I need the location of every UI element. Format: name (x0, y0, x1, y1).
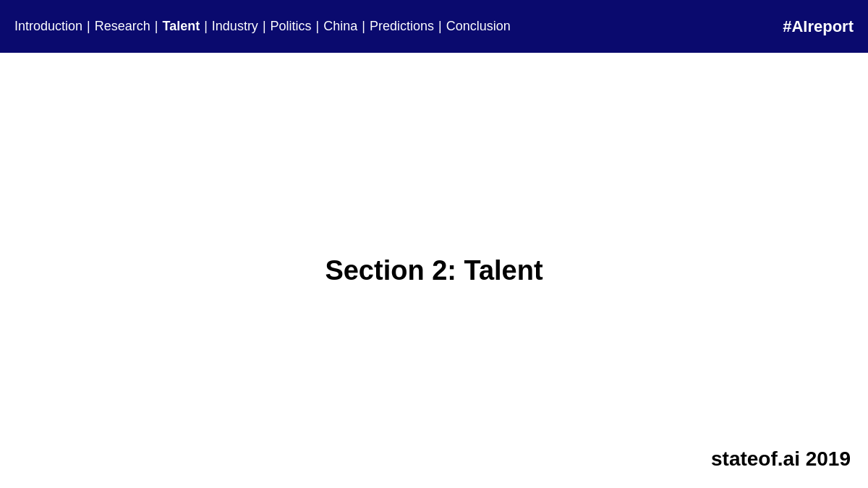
brand-label: stateof.ai 2019 (711, 448, 851, 471)
nav-separator-7: | (438, 19, 442, 34)
hashtag-label: #AIreport (783, 17, 854, 36)
nav-item-introduction[interactable]: Introduction (14, 19, 82, 34)
nav-item-predictions[interactable]: Predictions (370, 19, 434, 34)
nav-separator-3: | (204, 19, 208, 34)
nav-item-politics[interactable]: Politics (271, 19, 312, 34)
nav-separator-2: | (155, 19, 158, 34)
navigation-bar: Introduction | Research | Talent | Indus… (0, 0, 868, 53)
section-title: Section 2: Talent (325, 255, 542, 286)
nav-item-talent[interactable]: Talent (162, 19, 200, 34)
nav-item-industry[interactable]: Industry (212, 19, 258, 34)
main-content: Section 2: Talent stateof.ai 2019 (0, 53, 868, 488)
nav-separator-4: | (263, 19, 266, 34)
nav-item-conclusion[interactable]: Conclusion (446, 19, 511, 34)
nav-separator-1: | (87, 19, 90, 34)
nav-separator-5: | (316, 19, 320, 34)
nav-item-research[interactable]: Research (95, 19, 150, 34)
nav-separator-6: | (362, 19, 365, 34)
nav-item-china[interactable]: China (323, 19, 357, 34)
nav-links: Introduction | Research | Talent | Indus… (14, 19, 511, 34)
